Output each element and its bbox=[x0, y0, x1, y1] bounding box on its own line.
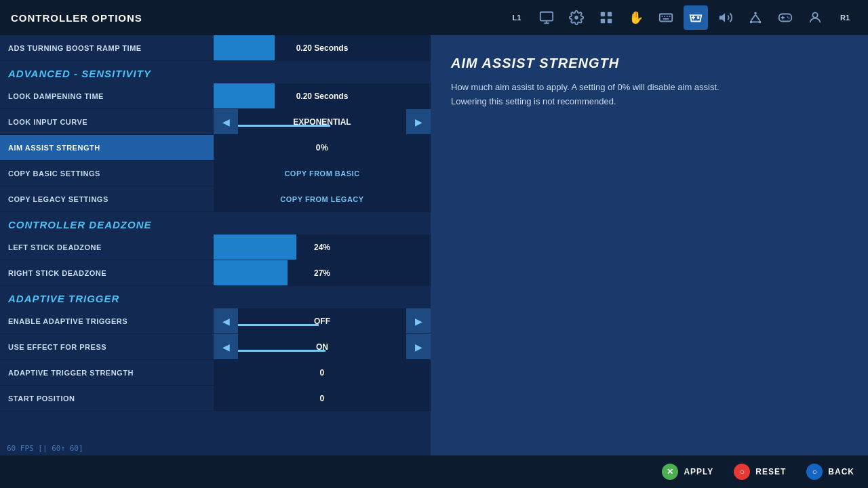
svg-rect-7 bbox=[660, 14, 672, 22]
back-action[interactable]: ○ BACK bbox=[806, 464, 854, 480]
reset-label: RESET bbox=[755, 467, 786, 476]
adaptive-trigger-strength-control[interactable]: 0 bbox=[214, 360, 431, 385]
right-stick-deadzone-row[interactable]: RIGHT STICK DEADZONE 27% bbox=[0, 260, 431, 286]
fps-counter: 60 FPS [| 60↑ 60] bbox=[7, 444, 83, 453]
effect-value: ON bbox=[238, 342, 406, 352]
top-bar: CONTROLLER OPTIONS L1 ✋ R1 bbox=[0, 0, 868, 35]
look-curve-right-btn[interactable]: ▶ bbox=[406, 109, 431, 134]
nav-r1-icon[interactable]: R1 bbox=[833, 5, 857, 30]
aim-assist-strength-value: 0% bbox=[316, 143, 328, 152]
reset-icon: ○ bbox=[734, 464, 750, 480]
nav-user-icon[interactable] bbox=[803, 5, 827, 30]
right-stick-deadzone-control[interactable]: 27% bbox=[214, 260, 431, 285]
right-stick-deadzone-label: RIGHT STICK DEADZONE bbox=[0, 269, 214, 277]
svg-rect-0 bbox=[540, 12, 553, 21]
start-position-control[interactable]: 0 bbox=[214, 386, 431, 411]
nav-hand-icon[interactable]: ✋ bbox=[624, 5, 648, 30]
aim-assist-strength-control[interactable]: 0% bbox=[214, 135, 431, 160]
ads-ramp-time-control[interactable]: 0.20 Seconds bbox=[214, 35, 431, 60]
use-effect-press-row[interactable]: USE EFFECT FOR PRESS ◀ ON ▶ bbox=[0, 334, 431, 360]
aim-assist-strength-row[interactable]: AIM ASSIST STRENGTH 0% bbox=[0, 135, 431, 161]
right-panel-title: AIM ASSIST STRENGTH bbox=[451, 56, 848, 71]
copy-legacy-control[interactable]: COPY FROM LEGACY bbox=[214, 186, 431, 211]
copy-basic-label: COPY BASIC SETTINGS bbox=[0, 169, 214, 178]
back-icon: ○ bbox=[806, 464, 823, 480]
copy-legacy-value: COPY FROM LEGACY bbox=[280, 195, 363, 203]
enable-adaptive-triggers-row[interactable]: ENABLE ADAPTIVE TRIGGERS ◀ OFF ▶ bbox=[0, 308, 431, 334]
copy-legacy-row[interactable]: COPY LEGACY SETTINGS COPY FROM LEGACY bbox=[0, 186, 431, 212]
ads-ramp-time-row[interactable]: ADS TURNING BOOST RAMP TIME 0.20 Seconds bbox=[0, 35, 431, 61]
start-position-row[interactable]: START POSITION 0 bbox=[0, 386, 431, 411]
left-stick-deadzone-control[interactable]: 24% bbox=[214, 235, 431, 260]
nav-monitor-icon[interactable] bbox=[534, 5, 559, 30]
copy-legacy-label: COPY LEGACY SETTINGS bbox=[0, 195, 214, 203]
look-dampening-control[interactable]: 0.20 Seconds bbox=[214, 83, 431, 108]
reset-action[interactable]: ○ RESET bbox=[734, 464, 786, 480]
adaptive-trigger-strength-row[interactable]: ADAPTIVE TRIGGER STRENGTH 0 bbox=[0, 360, 431, 386]
nav-audio-icon[interactable] bbox=[713, 5, 738, 30]
look-dampening-value: 0.20 Seconds bbox=[214, 92, 431, 101]
left-stick-deadzone-value: 24% bbox=[214, 243, 431, 252]
apply-icon: ✕ bbox=[662, 464, 678, 480]
svg-point-24 bbox=[789, 18, 790, 19]
enable-adaptive-triggers-label: ENABLE ADAPTIVE TRIGGERS bbox=[0, 317, 214, 325]
start-position-value: 0 bbox=[319, 394, 324, 403]
svg-rect-6 bbox=[608, 19, 612, 23]
right-panel: AIM ASSIST STRENGTH How much aim assist … bbox=[431, 35, 868, 455]
nav-layout-icon[interactable] bbox=[594, 5, 618, 30]
svg-point-14 bbox=[754, 12, 757, 15]
adaptive-trigger-strength-label: ADAPTIVE TRIGGER STRENGTH bbox=[0, 369, 214, 377]
controller-deadzone-header: CONTROLLER DEADZONE bbox=[0, 212, 431, 235]
left-panel: ADS TURNING BOOST RAMP TIME 0.20 Seconds… bbox=[0, 35, 431, 455]
look-input-curve-row[interactable]: LOOK INPUT CURVE ◀ EXPONENTIAL ▶ bbox=[0, 109, 431, 135]
page-title: CONTROLLER OPTIONS bbox=[11, 12, 142, 24]
adaptive-value: OFF bbox=[238, 317, 406, 326]
copy-basic-row[interactable]: COPY BASIC SETTINGS COPY FROM BASIC bbox=[0, 161, 431, 186]
svg-point-25 bbox=[812, 13, 817, 18]
adaptive-right-btn[interactable]: ▶ bbox=[406, 308, 431, 333]
adaptive-trigger-header: ADAPTIVE TRIGGER bbox=[0, 286, 431, 308]
nav-gamepad-icon[interactable] bbox=[773, 5, 797, 30]
apply-action[interactable]: ✕ APPLY bbox=[662, 464, 713, 480]
aim-assist-strength-label: AIM ASSIST STRENGTH bbox=[0, 144, 214, 152]
nav-keyboard-icon[interactable] bbox=[654, 5, 678, 30]
copy-basic-value: COPY FROM BASIC bbox=[284, 169, 359, 178]
ads-ramp-time-label: ADS TURNING BOOST RAMP TIME bbox=[0, 44, 214, 52]
ads-ramp-time-value: 0.20 Seconds bbox=[214, 43, 431, 53]
svg-line-18 bbox=[755, 14, 760, 20]
copy-basic-control[interactable]: COPY FROM BASIC bbox=[214, 161, 431, 186]
svg-rect-5 bbox=[601, 19, 605, 23]
look-curve-value: EXPONENTIAL bbox=[238, 117, 406, 127]
look-dampening-row[interactable]: LOOK DAMPENING TIME 0.20 Seconds bbox=[0, 83, 431, 109]
nav-l1-icon[interactable]: L1 bbox=[505, 5, 529, 30]
look-input-curve-label: LOOK INPUT CURVE bbox=[0, 118, 214, 126]
svg-rect-4 bbox=[608, 12, 612, 16]
apply-label: APPLY bbox=[684, 467, 713, 476]
main-content: ADS TURNING BOOST RAMP TIME 0.20 Seconds… bbox=[0, 35, 868, 455]
svg-rect-3 bbox=[601, 12, 605, 16]
look-dampening-label: LOOK DAMPENING TIME bbox=[0, 92, 214, 100]
start-position-label: START POSITION bbox=[0, 394, 214, 403]
adaptive-left-btn[interactable]: ◀ bbox=[214, 308, 238, 333]
svg-marker-13 bbox=[719, 14, 725, 22]
adaptive-trigger-strength-value: 0 bbox=[319, 368, 324, 378]
effect-left-btn[interactable]: ◀ bbox=[214, 334, 238, 359]
right-panel-description: How much aim assist to apply. A setting … bbox=[451, 81, 722, 109]
right-stick-deadzone-value: 27% bbox=[214, 268, 431, 278]
enable-adaptive-triggers-control[interactable]: ◀ OFF ▶ bbox=[214, 308, 431, 333]
look-curve-left-btn[interactable]: ◀ bbox=[214, 109, 238, 134]
svg-point-23 bbox=[787, 16, 789, 18]
bottom-bar: ✕ APPLY ○ RESET ○ BACK bbox=[0, 455, 868, 488]
left-stick-deadzone-row[interactable]: LEFT STICK DEADZONE 24% bbox=[0, 235, 431, 260]
nav-network-icon[interactable] bbox=[743, 5, 768, 30]
back-label: BACK bbox=[828, 467, 854, 476]
look-input-curve-control[interactable]: ◀ EXPONENTIAL ▶ bbox=[214, 109, 431, 134]
svg-line-17 bbox=[751, 14, 755, 20]
use-effect-press-control[interactable]: ◀ ON ▶ bbox=[214, 334, 431, 359]
nav-gear-icon[interactable] bbox=[564, 5, 589, 30]
effect-right-btn[interactable]: ▶ bbox=[406, 334, 431, 359]
left-stick-deadzone-label: LEFT STICK DEADZONE bbox=[0, 243, 214, 251]
advanced-sensitivity-header: ADVANCED - SENSITIVITY bbox=[0, 61, 431, 83]
use-effect-press-label: USE EFFECT FOR PRESS bbox=[0, 343, 214, 351]
nav-controller-icon[interactable] bbox=[684, 5, 708, 30]
